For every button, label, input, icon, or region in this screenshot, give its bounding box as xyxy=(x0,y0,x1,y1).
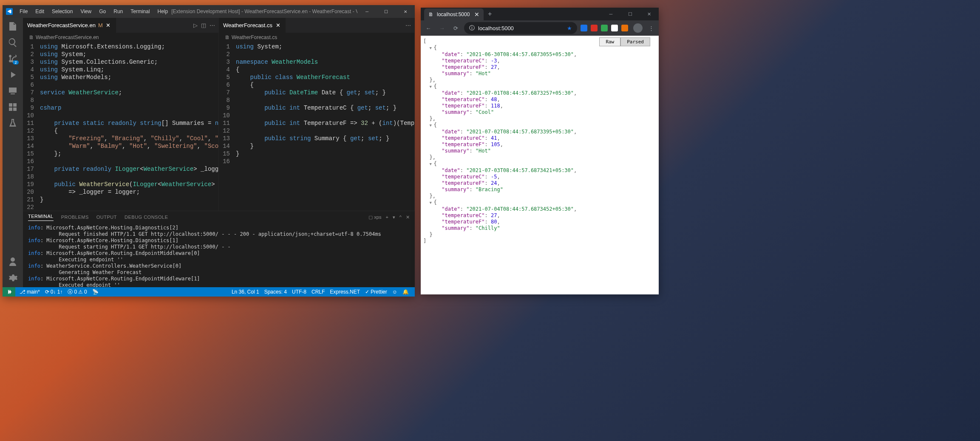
minimize-button[interactable]: ─ xyxy=(601,8,620,20)
back-button[interactable]: ← xyxy=(423,23,433,33)
window-title: [Extension Development Host] - WeatherFo… xyxy=(171,8,357,14)
close-tab-icon[interactable]: ✕ xyxy=(275,23,281,28)
close-tab-icon[interactable]: ✕ xyxy=(474,11,479,18)
breadcrumb-left[interactable]: 🗎 WeatherForecastService.en xyxy=(23,33,218,42)
split-editor-icon[interactable]: ◫ xyxy=(201,22,206,28)
settings-gear-icon[interactable] xyxy=(8,273,18,283)
extension-icon-2[interactable] xyxy=(601,25,608,31)
panel-tab-output[interactable]: OUTPUT xyxy=(96,215,117,220)
remote-explorer-icon[interactable] xyxy=(8,86,18,96)
close-button[interactable]: ✕ xyxy=(640,8,659,20)
problems-indicator[interactable]: ⓧ 0 ⚠ 0 xyxy=(65,288,89,296)
panel-tab-terminal[interactable]: TERMINAL xyxy=(28,214,54,221)
code[interactable]: using Microsoft.Extensions.Logging;using… xyxy=(40,42,218,211)
editor-content-left[interactable]: 1234567891011121314151617181920212223242… xyxy=(23,42,218,211)
extension-icon-1[interactable] xyxy=(591,25,598,31)
extension-icon-4[interactable] xyxy=(621,25,628,31)
gutter: 12345678910111213141516 xyxy=(219,42,236,211)
main-area: 2 WeatherForecastService.en M ✕ xyxy=(3,18,415,287)
maximize-button[interactable]: ☐ xyxy=(620,8,640,20)
menu-go[interactable]: Go xyxy=(96,7,109,16)
tabs-right: WeatherForecast.cs ✕ ⋯ xyxy=(219,18,414,33)
run-tab-icon[interactable]: ▷ xyxy=(193,22,198,28)
browser-tab[interactable]: 🗎 localhost:5000 ✕ xyxy=(424,8,484,20)
more-actions-icon[interactable]: ⋯ xyxy=(405,22,411,28)
extension-icon-0[interactable] xyxy=(581,25,587,31)
cursor-position[interactable]: Ln 36, Col 1 xyxy=(229,289,262,295)
extension-icons xyxy=(581,25,630,31)
new-terminal-icon[interactable]: + xyxy=(385,215,388,220)
extensions-icon[interactable] xyxy=(8,102,18,112)
terminal-selector[interactable]: ▢ xps xyxy=(368,215,381,220)
tab-weatherforecast-cs[interactable]: WeatherForecast.cs ✕ xyxy=(219,18,286,33)
breadcrumb-right[interactable]: 🗎 WeatherForecast.cs xyxy=(219,33,414,42)
activity-bar: 2 xyxy=(3,18,23,287)
menu-edit[interactable]: Edit xyxy=(32,7,48,16)
encoding-indicator[interactable]: UTF-8 xyxy=(289,289,309,295)
site-icon: 🗎 xyxy=(428,11,433,17)
editor-content-right[interactable]: 12345678910111213141516 using System; na… xyxy=(219,42,414,211)
extension-icon-3[interactable] xyxy=(611,25,618,31)
more-actions-icon[interactable]: ⋯ xyxy=(210,22,215,28)
profile-avatar[interactable] xyxy=(633,23,643,33)
new-tab-button[interactable]: + xyxy=(484,10,496,18)
language-indicator[interactable]: Express.NET xyxy=(327,289,363,295)
minimize-button[interactable]: ─ xyxy=(357,5,377,18)
tab-title: localhost:5000 xyxy=(437,11,470,17)
statusbar: ⎇ main* ⟳ 0↓ 1↑ ⓧ 0 ⚠ 0 📡 Ln 36, Col 1 S… xyxy=(3,287,415,297)
json-view-toggle: Raw Parsed xyxy=(599,37,650,46)
editor-region: WeatherForecastService.en M ✕ ▷ ◫ ⋯ 🗎 We… xyxy=(23,18,415,287)
panel-tabs: TERMINALPROBLEMSOUTPUTDEBUG CONSOLE ▢ xp… xyxy=(23,211,415,223)
forward-button[interactable]: → xyxy=(437,23,447,33)
ports-indicator[interactable]: 📡 xyxy=(90,289,101,295)
accounts-icon[interactable] xyxy=(8,257,18,267)
site-info-icon[interactable]: ⓘ xyxy=(469,24,475,32)
address-bar[interactable]: ⓘ localhost:5000 ★ xyxy=(464,22,577,34)
menu-help[interactable]: Help xyxy=(154,7,172,16)
terminal-content[interactable]: info: Microsoft.AspNetCore.Hosting.Diagn… xyxy=(23,223,415,287)
reload-button[interactable]: ⟳ xyxy=(450,23,461,33)
indentation-indicator[interactable]: Spaces: 4 xyxy=(262,289,289,295)
panel: TERMINALPROBLEMSOUTPUTDEBUG CONSOLE ▢ xp… xyxy=(23,211,415,287)
explorer-icon[interactable] xyxy=(8,21,18,31)
parsed-button[interactable]: Parsed xyxy=(620,37,650,46)
eol-indicator[interactable]: CRLF xyxy=(309,289,327,295)
close-tab-icon[interactable]: ✕ xyxy=(105,23,111,28)
browser-toolbar: ← → ⟳ ⓘ localhost:5000 ★ ⋮ xyxy=(421,20,659,36)
close-panel-icon[interactable]: ✕ xyxy=(406,215,410,220)
menu-run[interactable]: Run xyxy=(110,7,126,16)
testing-icon[interactable] xyxy=(8,118,18,128)
search-icon[interactable] xyxy=(8,37,18,48)
panel-tab-problems[interactable]: PROBLEMS xyxy=(61,215,89,220)
menu-view[interactable]: View xyxy=(77,7,95,16)
close-button[interactable]: ✕ xyxy=(396,5,415,18)
menu-selection[interactable]: Selection xyxy=(48,7,76,16)
menu-terminal[interactable]: Terminal xyxy=(127,7,153,16)
notifications-icon[interactable]: 🔔 xyxy=(400,289,411,295)
branch-indicator[interactable]: ⎇ main* xyxy=(17,289,42,295)
maximize-panel-icon[interactable]: ^ xyxy=(399,215,402,220)
editor-group-left: WeatherForecastService.en M ✕ ▷ ◫ ⋯ 🗎 We… xyxy=(23,18,219,211)
code[interactable]: using System; namespace WeatherModels{ p… xyxy=(236,42,414,211)
remote-indicator[interactable] xyxy=(3,287,15,297)
split-terminal-icon[interactable]: ▾ xyxy=(393,215,395,220)
feedback-icon[interactable]: ☺ xyxy=(390,289,400,295)
tab-weatherforecastservice[interactable]: WeatherForecastService.en M ✕ xyxy=(23,18,116,33)
sync-indicator[interactable]: ⟳ 0↓ 1↑ xyxy=(42,289,65,295)
run-debug-icon[interactable] xyxy=(8,70,18,80)
browser-menu-icon[interactable]: ⋮ xyxy=(646,23,656,33)
maximize-button[interactable]: ☐ xyxy=(377,5,396,18)
menu-file[interactable]: File xyxy=(16,7,31,16)
vscode-icon xyxy=(6,8,13,15)
editor-group-right: WeatherForecast.cs ✕ ⋯ 🗎 WeatherForecast… xyxy=(219,18,415,211)
prettier-indicator[interactable]: ✓ Prettier xyxy=(363,289,390,295)
bookmark-star-icon[interactable]: ★ xyxy=(567,25,572,31)
menu-bar: FileEditSelectionViewGoRunTerminalHelp xyxy=(16,7,171,16)
raw-button[interactable]: Raw xyxy=(599,37,620,46)
source-control-icon[interactable]: 2 xyxy=(8,54,18,64)
url-text: localhost:5000 xyxy=(478,25,514,31)
panel-tab-debug-console[interactable]: DEBUG CONSOLE xyxy=(125,215,168,220)
file-icon: 🗎 xyxy=(29,34,34,40)
browser-content[interactable]: Raw Parsed [ ▼{ "date": "2021-06-30T08:4… xyxy=(421,36,659,294)
tab-dirty-indicator: M xyxy=(98,22,103,28)
